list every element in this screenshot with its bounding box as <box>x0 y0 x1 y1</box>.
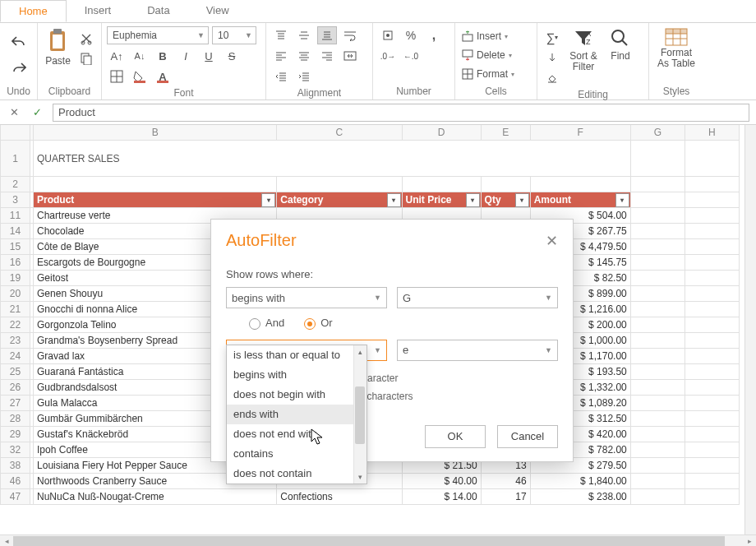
cell[interactable]: Unit Price▾ <box>402 192 481 208</box>
operator1-combo[interactable]: begins with▼ <box>226 287 387 308</box>
cell[interactable] <box>685 208 739 224</box>
undo-button[interactable] <box>9 33 29 51</box>
underline-button[interactable]: U <box>199 47 219 65</box>
cut-button[interactable] <box>76 30 96 48</box>
cells-format-button[interactable]: Format▾ <box>460 66 516 82</box>
row-header[interactable]: 11 <box>1 208 30 224</box>
percent-button[interactable]: % <box>401 26 421 44</box>
row-header[interactable]: 32 <box>1 442 30 458</box>
cell[interactable] <box>685 349 739 364</box>
row-header[interactable]: 22 <box>1 317 30 333</box>
decrease-indent-button[interactable] <box>271 67 291 86</box>
cell[interactable] <box>685 380 739 396</box>
cells-delete-button[interactable]: Delete▾ <box>460 47 514 63</box>
cell[interactable] <box>530 177 630 192</box>
col-header-F[interactable]: F <box>530 125 630 141</box>
cell[interactable] <box>630 208 685 224</box>
cell[interactable] <box>402 177 481 192</box>
filter-product[interactable]: ▾ <box>261 193 275 207</box>
cancel-button[interactable]: Cancel <box>497 425 558 448</box>
cell[interactable] <box>685 458 739 474</box>
value1-combo[interactable]: G▼ <box>397 287 558 308</box>
select-all[interactable] <box>1 125 30 141</box>
cell[interactable] <box>685 192 739 208</box>
horizontal-scrollbar[interactable]: ◂ ▸ <box>0 534 756 546</box>
tab-data[interactable]: Data <box>129 0 187 22</box>
cell[interactable]: NuNuCa Nuß-Nougat-Creme <box>34 489 277 505</box>
cell[interactable] <box>685 255 739 271</box>
dropdown-item[interactable]: ends with <box>227 405 366 424</box>
filter-unit_price[interactable]: ▾ <box>466 193 480 207</box>
cell[interactable] <box>685 396 739 411</box>
cell[interactable]: 17 <box>481 489 530 505</box>
cell[interactable] <box>630 364 685 380</box>
cell[interactable] <box>685 286 739 302</box>
comma-button[interactable]: , <box>424 26 444 44</box>
cell[interactable]: Product▾ <box>34 192 277 208</box>
row-header[interactable]: 15 <box>1 239 30 255</box>
cell[interactable]: $ 1,840.00 <box>530 474 630 489</box>
cell[interactable] <box>685 177 739 192</box>
cell[interactable] <box>630 177 685 192</box>
font-size-combo[interactable]: 10▼ <box>212 26 256 44</box>
col-header-H[interactable]: H <box>685 125 739 141</box>
font-color-button[interactable]: A <box>153 67 173 86</box>
cell[interactable]: Amount▾ <box>530 192 630 208</box>
row-header[interactable]: 14 <box>1 224 30 239</box>
row-header[interactable]: 21 <box>1 302 30 317</box>
or-radio[interactable]: Or <box>304 317 332 330</box>
font-family-combo[interactable]: Euphemia▼ <box>107 26 209 44</box>
cell[interactable] <box>685 302 739 317</box>
cells-insert-button[interactable]: Insert▾ <box>460 28 509 44</box>
shrink-font-button[interactable]: A↓ <box>130 47 150 65</box>
wrap-text-button[interactable] <box>340 26 360 44</box>
row-header[interactable]: 25 <box>1 364 30 380</box>
cell[interactable] <box>630 427 685 442</box>
dropdown-item[interactable]: begins with <box>227 365 366 385</box>
format-as-table-button[interactable]: Format As Table <box>654 26 698 69</box>
cell[interactable] <box>685 427 739 442</box>
cell[interactable] <box>685 474 739 489</box>
cell[interactable] <box>481 177 530 192</box>
cell[interactable] <box>630 411 685 427</box>
dropdown-scrollbar[interactable]: ▴▾ <box>353 345 366 484</box>
cell[interactable] <box>685 141 739 177</box>
operator2-dropdown[interactable]: ▴▾ is less than or equal tobegins withdo… <box>226 345 367 484</box>
cell[interactable] <box>685 317 739 333</box>
dropdown-item[interactable]: does not begin with <box>227 385 366 405</box>
and-radio[interactable]: And <box>249 317 284 330</box>
cell[interactable] <box>630 271 685 286</box>
row-header[interactable]: 2 <box>1 177 30 192</box>
cell[interactable] <box>630 396 685 411</box>
row-header[interactable]: 3 <box>1 192 30 208</box>
hscroll-thumb[interactable] <box>13 536 725 546</box>
accounting-button[interactable] <box>378 26 398 44</box>
formula-input[interactable] <box>53 104 749 122</box>
cell[interactable] <box>630 474 685 489</box>
align-right-button[interactable] <box>317 47 337 65</box>
cell[interactable]: $ 14.00 <box>402 489 481 505</box>
cell[interactable] <box>34 177 277 192</box>
cell[interactable] <box>685 333 739 349</box>
cell[interactable] <box>685 271 739 286</box>
borders-button[interactable] <box>107 67 127 86</box>
row-header[interactable]: 16 <box>1 255 30 271</box>
cancel-edit-button[interactable]: ✕ <box>7 106 21 118</box>
ok-button[interactable]: OK <box>425 425 486 448</box>
row-header[interactable]: 20 <box>1 286 30 302</box>
autosum-button[interactable]: ∑▾ <box>542 28 562 46</box>
dropdown-item[interactable]: does not contain <box>227 464 366 484</box>
cell[interactable] <box>630 489 685 505</box>
fill-button[interactable] <box>542 49 562 67</box>
cell[interactable] <box>630 141 685 177</box>
col-header-B[interactable]: B <box>34 125 277 141</box>
col-header-C[interactable]: C <box>277 125 402 141</box>
dropdown-item[interactable]: does not end with <box>227 424 366 444</box>
merge-button[interactable] <box>340 47 360 65</box>
cell[interactable] <box>630 302 685 317</box>
redo-button[interactable] <box>9 59 29 77</box>
cell[interactable] <box>630 442 685 458</box>
align-center-button[interactable] <box>294 47 314 65</box>
grow-font-button[interactable]: A↑ <box>107 47 127 65</box>
cell[interactable] <box>685 489 739 505</box>
